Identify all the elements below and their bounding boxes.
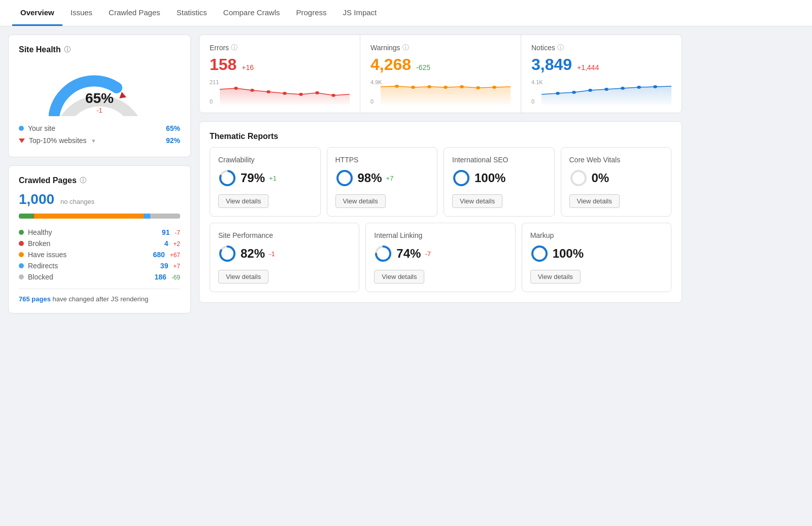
svg-point-21 — [653, 85, 657, 88]
warnings-card: Warnings ⓘ 4,268 -625 4.9K 0 — [360, 35, 521, 113]
notices-label: Notices ⓘ — [531, 43, 671, 52]
nav-overview[interactable]: Overview — [12, 0, 62, 26]
gauge-container: 65% -1 — [19, 60, 180, 116]
report-site-performance: Site Performance 82% -1 View details — [210, 223, 359, 292]
crawled-pages-info-icon[interactable]: ⓘ — [80, 176, 86, 185]
ewn-row: Errors ⓘ 158 +16 211 0 — [199, 34, 682, 113]
nav-js-impact[interactable]: JS Impact — [335, 0, 385, 26]
errors-label: Errors ⓘ — [210, 43, 350, 52]
svg-point-3 — [266, 90, 270, 93]
report-internal-linking: Internal Linking 74% -7 View details — [365, 223, 515, 292]
svg-point-27 — [454, 171, 468, 185]
left-column: Site Health ⓘ 65% -1 — [8, 34, 191, 313]
thematic-row1: Crawlability 79% +1 View details HTTPS — [210, 147, 671, 217]
crawled-count: 1,000 — [19, 191, 54, 207]
nav-compare-crawls[interactable]: Compare Crawls — [215, 0, 288, 26]
svg-point-12 — [460, 85, 464, 88]
notices-chart: 4.1K 0 — [531, 79, 671, 104]
gauge-wrap: 65% -1 — [49, 60, 150, 116]
svg-point-13 — [476, 86, 480, 89]
svg-point-17 — [588, 89, 592, 92]
markup-view-details[interactable]: View details — [530, 270, 581, 284]
markup-donut — [530, 244, 549, 263]
svg-point-9 — [411, 86, 415, 89]
svg-point-34 — [532, 247, 547, 261]
nav-statistics[interactable]: Statistics — [168, 0, 215, 26]
svg-point-8 — [395, 85, 399, 88]
core-web-vitals-donut — [569, 169, 588, 187]
crawled-bar-strip — [19, 214, 180, 219]
site-performance-view-details[interactable]: View details — [218, 270, 268, 284]
nav-crawled-pages[interactable]: Crawled Pages — [100, 0, 168, 26]
svg-point-7 — [331, 94, 335, 97]
legend-top10: Top-10% websites ▾ 92% — [19, 134, 180, 147]
report-crawlability: Crawlability 79% +1 View details — [210, 147, 321, 217]
notices-value: 3,849 — [531, 55, 572, 74]
svg-point-19 — [621, 87, 625, 90]
warnings-sparkline — [381, 79, 511, 104]
crawlability-donut — [218, 169, 236, 187]
gauge-center: 65% -1 — [85, 90, 114, 114]
core-web-vitals-view-details[interactable]: View details — [569, 194, 620, 208]
https-view-details[interactable]: View details — [335, 194, 386, 208]
internal-linking-donut — [374, 244, 392, 263]
svg-point-6 — [315, 91, 319, 94]
legend-have-issues: Have issues 680 +67 — [19, 249, 180, 260]
crawled-pages-title: Crawled Pages ⓘ — [19, 176, 180, 185]
chevron-down-icon[interactable]: ▾ — [92, 137, 95, 145]
report-international-seo: International SEO 100% View details — [444, 147, 555, 217]
nav-progress[interactable]: Progress — [288, 0, 335, 26]
svg-point-16 — [572, 91, 576, 94]
site-health-legend: Your site 65% Top-10% websites ▾ 92% — [19, 122, 180, 147]
svg-point-11 — [444, 86, 448, 89]
nav-issues[interactable]: Issues — [62, 0, 100, 26]
svg-point-10 — [427, 85, 431, 88]
legend-broken: Broken 4 +2 — [19, 238, 180, 249]
gauge-percentage: 65% — [85, 90, 114, 106]
svg-point-28 — [571, 171, 586, 185]
internal-linking-view-details[interactable]: View details — [374, 270, 424, 284]
svg-point-1 — [234, 87, 238, 90]
legend-healthy: Healthy 91 -7 — [19, 227, 180, 238]
gauge-delta: -1 — [85, 107, 114, 114]
warnings-label: Warnings ⓘ — [370, 43, 511, 52]
errors-delta: +16 — [242, 63, 254, 72]
notices-sparkline — [542, 79, 671, 104]
notices-card: Notices ⓘ 3,849 +1,444 4.1K 0 — [521, 35, 682, 113]
report-https: HTTPS 98% +7 View details — [327, 147, 438, 217]
warnings-chart: 4.9K 0 — [370, 79, 511, 104]
site-health-info-icon[interactable]: ⓘ — [64, 45, 71, 54]
legend-blocked: Blocked 186 -69 — [19, 271, 180, 283]
bar-blocked — [150, 214, 180, 219]
errors-card: Errors ⓘ 158 +16 211 0 — [199, 35, 360, 113]
thematic-reports-card: Thematic Reports Crawlability 79% +1 Vie… — [199, 121, 682, 303]
js-pages-link[interactable]: 765 pages — [19, 295, 51, 303]
crawled-count-row: 1,000 no changes — [19, 191, 180, 207]
warnings-delta: -625 — [416, 63, 430, 72]
errors-info-icon[interactable]: ⓘ — [231, 43, 238, 52]
site-performance-donut — [218, 244, 236, 263]
bar-healthy — [19, 214, 33, 219]
errors-sparkline — [220, 79, 350, 104]
notices-info-icon[interactable]: ⓘ — [557, 43, 564, 52]
site-health-title: Site Health ⓘ — [19, 45, 180, 54]
svg-point-18 — [604, 88, 608, 91]
notices-value-row: 3,849 +1,444 — [531, 55, 671, 74]
warnings-info-icon[interactable]: ⓘ — [402, 43, 409, 52]
svg-point-20 — [637, 86, 641, 89]
crawled-pages-card: Crawled Pages ⓘ 1,000 no changes Healthy — [8, 165, 191, 313]
svg-point-14 — [492, 86, 496, 89]
notices-delta: +1,444 — [577, 63, 599, 72]
top-navigation: Overview Issues Crawled Pages Statistics… — [0, 0, 812, 26]
thematic-reports-title: Thematic Reports — [210, 132, 671, 141]
international-seo-view-details[interactable]: View details — [452, 194, 502, 208]
warnings-value: 4,268 — [370, 55, 411, 74]
svg-point-4 — [283, 92, 287, 95]
crawled-legend: Healthy 91 -7 Broken 4 +2 — [19, 227, 180, 283]
errors-value: 158 — [210, 55, 236, 74]
right-column: Errors ⓘ 158 +16 211 0 — [199, 34, 682, 313]
crawlability-view-details[interactable]: View details — [218, 194, 268, 208]
svg-point-5 — [299, 93, 303, 96]
errors-value-row: 158 +16 — [210, 55, 350, 74]
https-donut — [335, 169, 354, 187]
